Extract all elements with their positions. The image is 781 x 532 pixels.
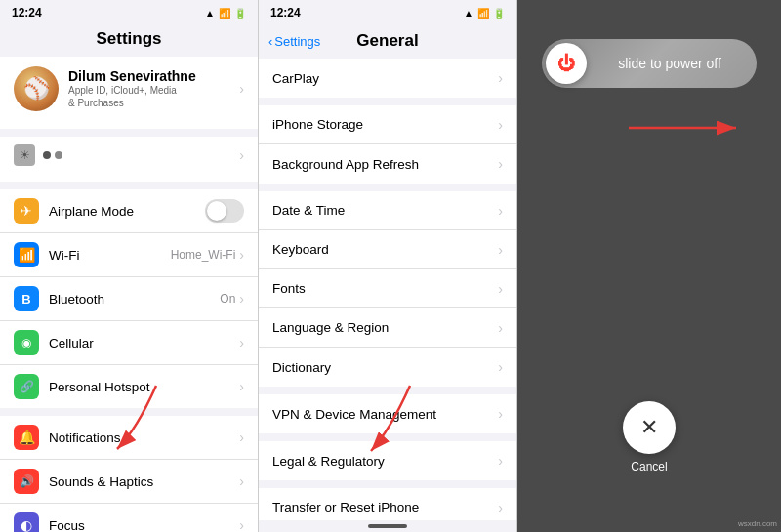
cellular-chevron-icon: ›: [239, 335, 244, 350]
legal-chevron-icon: ›: [498, 453, 503, 469]
legal-section: Legal & Regulatory ›: [259, 441, 516, 480]
datetime-row[interactable]: Date & Time ›: [259, 191, 516, 230]
sounds-row[interactable]: 🔊 Sounds & Haptics ›: [0, 460, 258, 504]
profile-info: Dilum Senevirathne Apple ID, iCloud+, Me…: [68, 68, 229, 109]
scroll-indicator: [368, 524, 407, 528]
power-top: ⏻ slide to power off: [517, 0, 781, 162]
settings-title: Settings: [0, 25, 258, 57]
background-refresh-label: Background App Refresh: [272, 157, 498, 172]
background-refresh-chevron-icon: ›: [498, 156, 503, 172]
airplane-mode-row[interactable]: ✈ Airplane Mode: [0, 189, 258, 233]
notifications-icon: 🔔: [14, 425, 39, 450]
profile-name: Dilum Senevirathne: [68, 68, 229, 84]
notifications-chevron-icon: ›: [239, 430, 244, 445]
transfer-chevron-icon: ›: [498, 500, 503, 515]
transfer-row[interactable]: Transfer or Reset iPhone ›: [259, 488, 516, 520]
cancel-area: ✕ Cancel: [623, 401, 676, 473]
status-bar-2: 12:24 ▲ 📶 🔋: [259, 0, 516, 25]
focus-icon: ◐: [14, 512, 39, 532]
bluetooth-value: On: [220, 292, 235, 306]
fonts-label: Fonts: [272, 281, 498, 296]
status-icons-1: ▲ 📶 🔋: [205, 8, 246, 19]
hotspot-icon: 🔗: [14, 374, 39, 399]
dot-2: [55, 151, 62, 159]
language-row[interactable]: Language & Region ›: [259, 308, 516, 348]
power-slider-text: slide to power off: [587, 56, 753, 71]
hotspot-row[interactable]: 🔗 Personal Hotspot ›: [0, 365, 258, 408]
airplane-mode-label: Airplane Mode: [49, 204, 205, 219]
profile-row[interactable]: ⚾ Dilum Senevirathne Apple ID, iCloud+, …: [0, 57, 258, 121]
sounds-chevron-icon: ›: [239, 473, 244, 489]
connectivity-section: ✈ Airplane Mode 📶 Wi-Fi Home_Wi-Fi › B B…: [0, 189, 258, 408]
focus-row[interactable]: ◐ Focus ›: [0, 504, 258, 532]
notifications-row[interactable]: 🔔 Notifications ›: [0, 416, 258, 460]
airplane-mode-toggle[interactable]: [205, 199, 244, 223]
legal-row[interactable]: Legal & Regulatory ›: [259, 441, 516, 480]
back-chevron-icon: ‹: [268, 34, 272, 49]
carplay-chevron-icon: ›: [498, 70, 503, 86]
background-refresh-row[interactable]: Background App Refresh ›: [259, 144, 516, 184]
notifications-section: 🔔 Notifications › 🔊 Sounds & Haptics › ◐…: [0, 416, 258, 532]
fonts-chevron-icon: ›: [498, 281, 503, 297]
sounds-icon: 🔊: [14, 469, 39, 494]
dictionary-chevron-icon: ›: [498, 359, 503, 375]
vpn-row[interactable]: VPN & Device Management ›: [259, 394, 516, 433]
carplay-row[interactable]: CarPlay ›: [259, 59, 516, 98]
transfer-label: Transfer or Reset iPhone: [272, 500, 498, 514]
wifi-icon: 📶: [14, 242, 39, 267]
cancel-label: Cancel: [631, 460, 667, 473]
time-2: 12:24: [270, 6, 301, 20]
vpn-section: VPN & Device Management ›: [259, 394, 516, 433]
bluetooth-label: Bluetooth: [49, 292, 220, 307]
storage-section: iPhone Storage › Background App Refresh …: [259, 105, 516, 184]
status-icons-2: ▲ 📶 🔋: [464, 8, 505, 19]
carplay-section: CarPlay ›: [259, 59, 516, 98]
back-label: Settings: [274, 34, 320, 49]
brightness-section: ☀ ›: [0, 137, 258, 182]
power-panel: ⏻ slide to power off ✕ Cancel wsxdn.com: [517, 0, 781, 532]
back-button[interactable]: ‹ Settings: [268, 34, 320, 49]
cancel-icon: ✕: [640, 415, 658, 440]
power-slider[interactable]: ⏻ slide to power off: [542, 39, 757, 88]
avatar: ⚾: [14, 66, 59, 111]
brightness-row[interactable]: ☀ ›: [0, 137, 258, 174]
keyboard-row[interactable]: Keyboard ›: [259, 230, 516, 269]
hotspot-label: Personal Hotspot: [49, 380, 239, 394]
dictionary-label: Dictionary: [272, 360, 498, 375]
vpn-chevron-icon: ›: [498, 406, 503, 422]
cellular-row[interactable]: ◉ Cellular ›: [0, 321, 258, 365]
settings-panel: 12:24 ▲ 📶 🔋 Settings ⚾ Dilum Senevirathn…: [0, 0, 259, 532]
brightness-icon: ☀: [14, 144, 35, 166]
fonts-row[interactable]: Fonts ›: [259, 269, 516, 308]
keyboard-label: Keyboard: [272, 242, 498, 257]
iphone-storage-chevron-icon: ›: [498, 117, 503, 133]
wifi-label: Wi-Fi: [49, 248, 171, 263]
focus-label: Focus: [49, 518, 239, 533]
time-1: 12:24: [12, 6, 42, 20]
datetime-label: Date & Time: [272, 203, 498, 218]
cancel-button[interactable]: ✕: [623, 401, 676, 454]
iphone-storage-row[interactable]: iPhone Storage ›: [259, 105, 516, 144]
general-list: CarPlay › iPhone Storage › Background Ap…: [259, 59, 516, 520]
wifi-chevron-icon: ›: [239, 247, 244, 263]
hotspot-chevron-icon: ›: [239, 379, 244, 394]
profile-section: ⚾ Dilum Senevirathne Apple ID, iCloud+, …: [0, 57, 258, 129]
bluetooth-chevron-icon: ›: [239, 291, 244, 307]
general-panel: 12:24 ▲ 📶 🔋 ‹ Settings General CarPlay ›: [259, 0, 517, 532]
wifi-row[interactable]: 📶 Wi-Fi Home_Wi-Fi ›: [0, 233, 258, 277]
power-thumb: ⏻: [546, 43, 587, 84]
vpn-label: VPN & Device Management: [272, 407, 498, 422]
dictionary-row[interactable]: Dictionary ›: [259, 348, 516, 387]
notifications-label: Notifications: [49, 430, 239, 445]
bluetooth-icon: B: [14, 286, 39, 311]
brightness-chevron-icon: ›: [239, 147, 244, 163]
cellular-icon: ◉: [14, 330, 39, 355]
profile-chevron-icon: ›: [239, 81, 244, 97]
watermark: wsxdn.com: [738, 519, 777, 528]
language-chevron-icon: ›: [498, 320, 503, 336]
right-arrow-annotation: [629, 113, 746, 143]
carplay-label: CarPlay: [272, 71, 498, 86]
bluetooth-row[interactable]: B Bluetooth On ›: [0, 277, 258, 321]
focus-chevron-icon: ›: [239, 517, 244, 532]
wifi-value: Home_Wi-Fi: [171, 248, 236, 262]
